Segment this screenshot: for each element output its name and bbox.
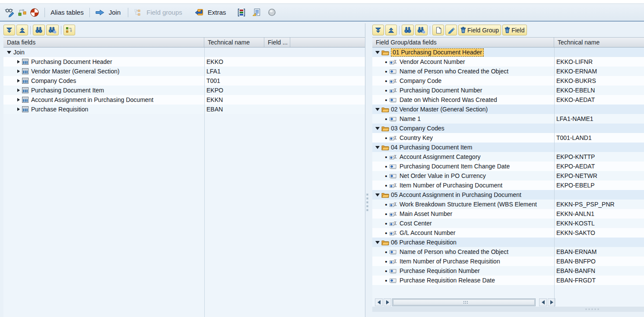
collapse-all-button[interactable] [385, 25, 397, 35]
field-row[interactable]: • T Account Assignment Category EKPO-KNT… [372, 152, 644, 162]
field-group-row[interactable]: 06 Purchase Requisition [372, 238, 644, 247]
resize-grip[interactable] [585, 308, 599, 310]
expander-closed-icon[interactable] [17, 79, 20, 82]
field-row[interactable]: • Name of Person who Created the Object … [372, 247, 644, 257]
field-row[interactable]: • Purchasing Document Item Change Date E… [372, 162, 644, 171]
field-row[interactable]: • T Cost Center EKKN-KOSTL [372, 219, 644, 228]
field-label[interactable]: G/L Account Number [400, 229, 455, 236]
field-label[interactable]: Item Number of Purchasing Document [400, 182, 502, 189]
create-button[interactable] [432, 25, 444, 35]
table-row[interactable]: Vendor Master (General Section) LFA1 [3, 67, 365, 76]
edit-button[interactable] [445, 25, 457, 35]
expander-open-icon[interactable] [7, 51, 11, 54]
expander-open-icon[interactable] [375, 241, 380, 244]
field-row[interactable]: • T Item Number of Purchase Requisition … [372, 257, 644, 266]
find-button[interactable] [402, 25, 414, 35]
panel-splitter[interactable] [365, 23, 369, 312]
field-label[interactable]: Purchase Requisition Number [400, 267, 480, 274]
find-next-button[interactable] [46, 25, 59, 35]
expander-closed-icon[interactable] [17, 89, 20, 92]
expander-open-icon[interactable] [375, 146, 380, 149]
delete-field-button[interactable]: Field [502, 25, 527, 35]
delete-field-group-button[interactable]: Field Group [458, 25, 501, 35]
expander-closed-icon[interactable] [17, 70, 20, 73]
field-group-row[interactable]: 02 Vendor Master (General Section) [372, 105, 644, 114]
table-row[interactable]: Purchasing Document Header EKKO [3, 57, 365, 67]
tech-scroll-left-button[interactable] [539, 298, 547, 306]
field-group-row[interactable]: 04 Purchasing Document Item [372, 143, 644, 152]
table-label[interactable]: Company Codes [31, 77, 76, 84]
horizontal-scrollbar[interactable] [372, 298, 644, 307]
tree-row-join-root[interactable]: Join [3, 48, 365, 57]
table-row[interactable]: Company Codes T001 [3, 76, 365, 86]
table-row[interactable]: Account Assignment in Purchasing Documen… [3, 95, 365, 105]
field-row[interactable]: • T Company Code EKKO-BUKRS [372, 76, 644, 86]
field-row[interactable]: • T Main Asset Number EKKN-ANLN1 [372, 209, 644, 219]
field-row[interactable]: • T G/L Account Number EKKN-SAKTO [372, 228, 644, 238]
field-label[interactable]: Main Asset Number [400, 210, 452, 217]
extras-button[interactable]: Extras [193, 6, 230, 19]
table-row[interactable]: Purchasing Document Item EKPO [3, 86, 365, 95]
field-label[interactable]: Purchase Requisition Release Date [400, 277, 495, 284]
field-row[interactable]: • Purchase Requisition Release Date EBAN… [372, 276, 644, 285]
field-label[interactable]: Item Number of Purchase Requisition [400, 258, 500, 265]
field-label[interactable]: Name of Person who Created the Object [400, 248, 508, 255]
field-row[interactable]: • T Vendor Account Number EKKO-LIFNR [372, 57, 644, 67]
field-row[interactable]: • Net Order Value in PO Currency EKPO-NE… [372, 171, 644, 181]
field-group-label[interactable]: 04 Purchasing Document Item [391, 144, 472, 151]
field-group-row[interactable]: 05 Account Assignment in Purchasing Docu… [372, 190, 644, 200]
field-label[interactable]: Date on Which Record Was Created [400, 96, 497, 103]
expander-closed-icon[interactable] [17, 108, 20, 111]
tree-root-label[interactable]: Join [13, 49, 25, 56]
table-label[interactable]: Account Assignment in Purchasing Documen… [31, 96, 153, 103]
splitter-grip[interactable] [366, 193, 368, 211]
field-label[interactable]: Name of Person who Created the Object [400, 68, 508, 75]
field-label[interactable]: Company Code [400, 77, 441, 84]
table-label[interactable]: Purchase Requisition [31, 106, 88, 113]
field-row[interactable]: • Name of Person who Created the Object … [372, 67, 644, 76]
expand-all-button[interactable] [372, 25, 384, 35]
table-row[interactable]: Purchase Requisition EBAN [3, 105, 365, 114]
field-row[interactable]: • T Country Key T001-LAND1 [372, 133, 644, 143]
expand-all-button[interactable] [3, 25, 15, 35]
field-row[interactable]: • T Purchasing Document Number EKKO-EBEL… [372, 86, 644, 95]
sphere-icon[interactable] [266, 7, 278, 18]
field-label[interactable]: Net Order Value in PO Currency [400, 172, 486, 179]
table-label[interactable]: Purchasing Document Item [31, 87, 104, 94]
field-label[interactable]: Cost Center [400, 220, 432, 227]
display-change-icon[interactable] [4, 7, 16, 18]
expander-open-icon[interactable] [375, 127, 380, 130]
scroll-right-button[interactable] [384, 298, 391, 306]
field-group-label[interactable]: 05 Account Assignment in Purchasing Docu… [391, 191, 521, 198]
field-row[interactable]: • Name 1 LFA1-NAME1 [372, 114, 644, 124]
documentation-icon[interactable] [250, 7, 262, 18]
field-row[interactable]: • Date on Which Record Was Created EKKO-… [372, 95, 644, 105]
expander-open-icon[interactable] [375, 193, 380, 197]
test-layout-icon[interactable] [16, 7, 29, 18]
expander-closed-icon[interactable] [17, 98, 20, 101]
field-group-row[interactable]: 03 Company Codes [372, 124, 644, 133]
field-label[interactable]: Name 1 [400, 115, 421, 122]
color-legend-icon[interactable] [235, 7, 247, 18]
field-group-label[interactable]: 06 Purchase Requisition [391, 239, 457, 246]
field-group-label[interactable]: 02 Vendor Master (General Section) [391, 106, 488, 113]
field-label[interactable]: Account Assignment Category [400, 153, 481, 160]
generate-icon[interactable] [29, 7, 41, 18]
alias-tables-button[interactable]: Alias tables [49, 9, 86, 16]
field-row[interactable]: • Purchase Requisition Number EBAN-BANFN [372, 266, 644, 276]
expander-closed-icon[interactable] [17, 60, 20, 63]
field-label[interactable]: Vendor Account Number [400, 58, 465, 65]
table-label[interactable]: Vendor Master (General Section) [31, 68, 120, 75]
tree-layout-button[interactable] [63, 25, 75, 35]
field-label[interactable]: Work Breakdown Structure Element (WBS El… [400, 201, 537, 208]
table-label[interactable]: Purchasing Document Header [31, 58, 112, 65]
field-group-label[interactable]: 01 Purchasing Document Header [391, 48, 484, 57]
find-button[interactable] [33, 25, 45, 35]
field-label[interactable]: Country Key [400, 134, 433, 141]
field-group-label[interactable]: 03 Company Codes [391, 125, 444, 132]
scroll-left-button[interactable] [375, 298, 383, 306]
field-group-row[interactable]: 01 Purchasing Document Header [372, 48, 644, 57]
field-row[interactable]: • T Item Number of Purchasing Document E… [372, 181, 644, 190]
field-label[interactable]: Purchasing Document Number [400, 87, 482, 94]
scrollbar-track[interactable] [392, 298, 536, 306]
